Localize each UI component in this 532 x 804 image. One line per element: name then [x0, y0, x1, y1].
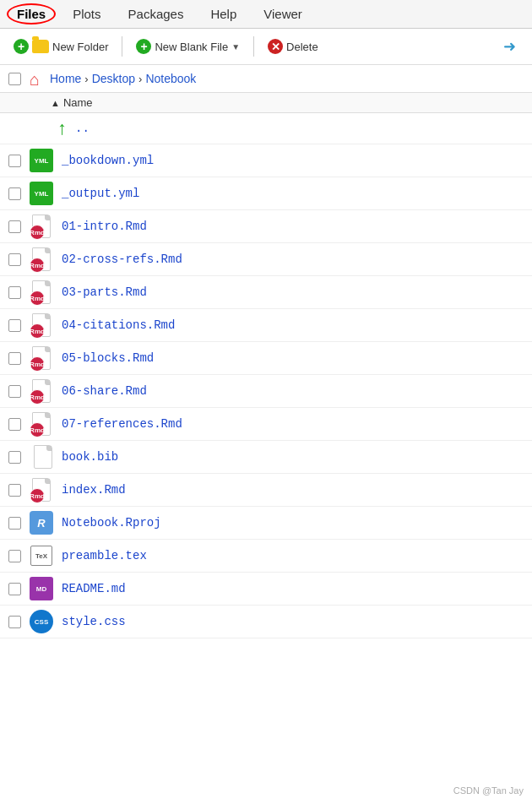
rmd-icon: Rmd — [30, 379, 53, 403]
list-item[interactable]: Rmd 06-share.Rmd — [0, 375, 532, 408]
list-item[interactable]: book.bib — [0, 441, 532, 474]
rmd-icon: Rmd — [30, 215, 53, 238]
up-arrow-icon: ↑ — [57, 117, 67, 139]
home-icon — [28, 70, 46, 87]
file-checkbox[interactable] — [8, 253, 21, 266]
breadcrumb: Home › Desktop › Notebook — [0, 65, 532, 93]
file-checkbox[interactable] — [8, 550, 21, 562]
breadcrumb-sep-1: › — [84, 73, 88, 85]
file-name: 05-blocks.Rmd — [62, 351, 154, 365]
file-checkbox[interactable] — [8, 418, 21, 431]
rproj-icon: R — [30, 511, 53, 535]
list-item[interactable]: YML _output.yml — [0, 177, 532, 210]
list-item[interactable]: Rmd 03-parts.Rmd — [0, 276, 532, 309]
tab-help-label: Help — [210, 7, 236, 21]
file-name: 02-cross-refs.Rmd — [62, 253, 182, 266]
tex-icon: TeX — [30, 544, 53, 568]
parent-dir-row[interactable]: ↑ .. — [0, 113, 532, 144]
list-item[interactable]: YML _bookdown.yml — [0, 144, 532, 177]
yml-icon: YML — [30, 182, 53, 205]
file-name: _bookdown.yml — [62, 154, 154, 167]
breadcrumb-desktop[interactable]: Desktop — [92, 72, 135, 85]
new-folder-button[interactable]: + New Folder — [7, 35, 115, 57]
file-name: 03-parts.Rmd — [62, 285, 147, 299]
tab-plots[interactable]: Plots — [59, 0, 114, 28]
file-name: index.Rmd — [62, 483, 126, 497]
tab-viewer-label: Viewer — [263, 7, 302, 21]
tab-files[interactable]: Files — [3, 0, 59, 28]
file-name: 01-intro.Rmd — [62, 220, 147, 233]
toolbar-sep-2 — [253, 36, 254, 57]
file-checkbox[interactable] — [8, 451, 21, 464]
tab-help[interactable]: Help — [197, 0, 250, 28]
list-item[interactable]: TeX preamble.tex — [0, 540, 532, 573]
breadcrumb-home[interactable]: Home — [50, 72, 81, 85]
navigate-forward-button[interactable]: ➜ — [493, 34, 525, 59]
list-item[interactable]: Rmd 01-intro.Rmd — [0, 210, 532, 243]
file-name: _output.yml — [62, 187, 139, 200]
breadcrumb-notebook[interactable]: Notebook — [145, 72, 196, 85]
file-list-header: ▲ Name — [0, 93, 532, 113]
breadcrumb-sep-2: › — [138, 73, 142, 85]
new-blank-file-label: New Blank File — [155, 41, 228, 53]
rmd-icon: Rmd — [30, 247, 53, 271]
sort-arrow-icon[interactable]: ▲ — [51, 98, 60, 108]
css-icon: CSS — [30, 610, 53, 633]
new-blank-file-button[interactable]: + New Blank File ▼ — [129, 35, 247, 57]
folder-icon — [32, 40, 49, 53]
new-file-plus-icon: + — [136, 39, 151, 54]
breadcrumb-checkbox[interactable] — [8, 73, 21, 85]
file-checkbox[interactable] — [8, 517, 21, 530]
tab-packages[interactable]: Packages — [115, 0, 198, 28]
list-item[interactable]: Rmd 04-citations.Rmd — [0, 309, 532, 342]
new-folder-label: New Folder — [52, 41, 108, 53]
file-name: 04-citations.Rmd — [62, 318, 175, 332]
file-checkbox[interactable] — [8, 155, 21, 167]
file-list: ↑ .. YML _bookdown.yml YML _output.yml R… — [0, 113, 532, 638]
rmd-icon: Rmd — [30, 313, 53, 337]
file-checkbox[interactable] — [8, 484, 21, 497]
file-checkbox[interactable] — [8, 385, 21, 398]
rmd-icon: Rmd — [30, 412, 53, 436]
list-item[interactable]: Rmd 07-references.Rmd — [0, 408, 532, 441]
parent-dir-label: .. — [75, 122, 90, 135]
file-name: style.css — [62, 615, 126, 628]
file-checkbox[interactable] — [8, 616, 21, 628]
file-checkbox[interactable] — [8, 187, 21, 200]
file-checkbox[interactable] — [8, 220, 21, 233]
tab-viewer[interactable]: Viewer — [250, 0, 316, 28]
watermark: CSDN @Tan Jay — [453, 785, 524, 796]
list-item[interactable]: R Notebook.Rproj — [0, 507, 532, 540]
arrow-right-icon: ➜ — [500, 37, 518, 56]
new-folder-plus-icon: + — [14, 39, 29, 54]
new-file-dropdown-arrow[interactable]: ▼ — [231, 42, 240, 52]
yml-icon: YML — [30, 149, 53, 172]
delete-button[interactable]: ✕ Delete — [261, 35, 325, 57]
list-item[interactable]: CSS style.css — [0, 606, 532, 638]
bib-icon — [30, 445, 53, 469]
file-name: preamble.tex — [62, 549, 147, 562]
delete-label: Delete — [286, 41, 318, 53]
rmd-icon: Rmd — [30, 346, 53, 370]
file-name: 07-references.Rmd — [62, 417, 182, 431]
toolbar: + New Folder + New Blank File ▼ ✕ Delete… — [0, 29, 532, 65]
file-name: 06-share.Rmd — [62, 384, 147, 398]
file-checkbox[interactable] — [8, 583, 21, 595]
file-checkbox[interactable] — [8, 352, 21, 365]
list-item[interactable]: Rmd 02-cross-refs.Rmd — [0, 243, 532, 276]
list-item[interactable]: Rmd index.Rmd — [0, 474, 532, 507]
tab-bar: Files Plots Packages Help Viewer — [0, 0, 532, 29]
file-name: README.md — [62, 582, 126, 595]
file-checkbox[interactable] — [8, 319, 21, 332]
list-item[interactable]: Rmd 05-blocks.Rmd — [0, 342, 532, 375]
file-checkbox[interactable] — [8, 286, 21, 299]
rmd-icon: Rmd — [30, 280, 53, 304]
rmd-icon: Rmd — [30, 478, 53, 502]
md-icon: MD — [30, 577, 53, 600]
toolbar-sep-1 — [122, 36, 122, 57]
column-name-header: Name — [63, 96, 93, 109]
file-name: book.bib — [62, 450, 118, 464]
list-item[interactable]: MD README.md — [0, 573, 532, 606]
tab-packages-label: Packages — [128, 7, 184, 21]
delete-icon: ✕ — [268, 39, 283, 54]
